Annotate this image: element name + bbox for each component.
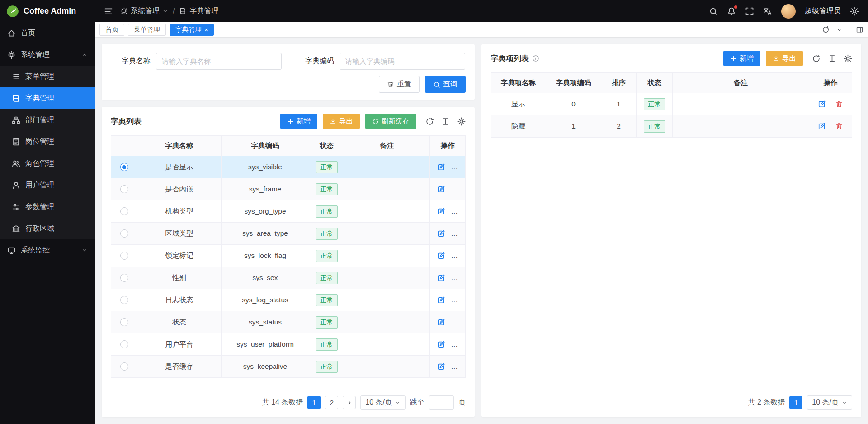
page-size-select[interactable]: 10 条/页 [360, 395, 406, 410]
edit-icon[interactable] [437, 340, 445, 348]
avatar[interactable] [781, 4, 796, 19]
row-radio[interactable] [120, 229, 128, 238]
edit-icon[interactable] [437, 229, 445, 238]
add-dict-button[interactable]: 新增 [280, 114, 317, 129]
sidebar-item-home[interactable]: 首页 [0, 22, 95, 44]
sidebar-group-monitor[interactable]: 系统监控 [0, 239, 95, 261]
sidebar-item-dept-mgmt[interactable]: 部门管理 [0, 109, 95, 131]
table-row[interactable]: 状态 sys_status 正常 [111, 311, 466, 333]
toggle-panel-button[interactable] [856, 26, 863, 33]
search-button[interactable] [709, 7, 718, 16]
sidebar-item-region-mgmt[interactable]: 行政区域 [0, 218, 95, 239]
delete-icon[interactable] [454, 185, 462, 193]
edit-icon[interactable] [437, 185, 445, 193]
table-row[interactable]: 机构类型 sys_org_type 正常 [111, 200, 466, 223]
edit-icon[interactable] [437, 318, 445, 326]
page-size-select[interactable]: 10 条/页 [807, 395, 852, 410]
plus-icon [730, 55, 737, 62]
edit-icon[interactable] [437, 252, 445, 260]
delete-icon[interactable] [454, 207, 462, 215]
dict-code-input[interactable] [340, 53, 465, 70]
delete-icon[interactable] [454, 296, 462, 304]
edit-icon[interactable] [818, 122, 826, 130]
delete-icon[interactable] [454, 318, 462, 326]
dict-name-input[interactable] [156, 53, 282, 70]
refresh-cache-button[interactable]: 刷新缓存 [365, 114, 416, 129]
breadcrumb-system[interactable]: 系统管理 [120, 6, 168, 16]
edit-icon[interactable] [437, 362, 445, 371]
user-name[interactable]: 超级管理员 [805, 6, 841, 16]
page-button-1[interactable]: 1 [789, 396, 802, 409]
delete-icon[interactable] [454, 252, 462, 260]
delete-icon[interactable] [454, 229, 462, 238]
sidebar-item-param-mgmt[interactable]: 参数管理 [0, 196, 95, 218]
sidebar-item-post-mgmt[interactable]: 岗位管理 [0, 131, 95, 152]
delete-icon[interactable] [835, 122, 843, 130]
export-dict-button[interactable]: 导出 [323, 114, 360, 129]
row-radio[interactable] [120, 163, 128, 171]
notifications-button[interactable] [727, 7, 736, 16]
tab-menu-mgmt[interactable]: 菜单管理 [128, 24, 166, 36]
language-button[interactable] [763, 7, 772, 16]
row-radio[interactable] [120, 274, 128, 282]
edit-icon[interactable] [437, 274, 445, 282]
table-row[interactable]: 是否内嵌 sys_frame 正常 [111, 178, 466, 200]
table-row[interactable]: 日志状态 sys_log_status 正常 [111, 289, 466, 311]
edit-icon[interactable] [437, 163, 445, 171]
export-dict-item-button[interactable]: 导出 [766, 51, 803, 66]
close-icon[interactable]: × [204, 27, 208, 33]
page-button-2[interactable]: 2 [325, 396, 338, 409]
row-radio[interactable] [120, 296, 128, 304]
add-dict-item-button[interactable]: 新增 [723, 51, 760, 66]
refresh-tabs-button[interactable] [822, 26, 830, 33]
table-row[interactable]: 用户平台 sys_user_platform 正常 [111, 333, 466, 356]
tab-dict-mgmt[interactable]: 字典管理 × [170, 24, 214, 36]
reset-button[interactable]: 重置 [379, 76, 420, 93]
sidebar-item-user-mgmt[interactable]: 用户管理 [0, 174, 95, 196]
delete-icon[interactable] [454, 340, 462, 348]
jump-page-input[interactable] [429, 395, 454, 410]
edit-icon[interactable] [818, 100, 826, 108]
density-button[interactable] [441, 117, 450, 126]
table-row[interactable]: 隐藏 1 2 正常 [491, 115, 852, 138]
row-radio[interactable] [120, 362, 128, 371]
sidebar-group-system[interactable]: 系统管理 [0, 44, 95, 66]
delete-icon[interactable] [454, 362, 462, 371]
table-row[interactable]: 性别 sys_sex 正常 [111, 267, 466, 289]
sidebar-item-dict-mgmt[interactable]: 字典管理 [0, 87, 95, 109]
table-settings-button[interactable] [457, 117, 466, 126]
status-badge: 正常 [316, 316, 338, 329]
table-row[interactable]: 锁定标记 sys_lock_flag 正常 [111, 245, 466, 267]
collapse-sidebar-button[interactable] [104, 7, 113, 16]
fullscreen-button[interactable] [745, 7, 754, 16]
table-row[interactable]: 区域类型 sys_area_type 正常 [111, 223, 466, 245]
next-page-button[interactable] [343, 396, 356, 409]
settings-button[interactable] [850, 7, 859, 16]
sidebar-item-menu-mgmt[interactable]: 菜单管理 [0, 66, 95, 87]
edit-icon[interactable] [437, 207, 445, 215]
delete-icon[interactable] [454, 274, 462, 282]
sidebar-item-label: 岗位管理 [25, 137, 88, 147]
sidebar-item-role-mgmt[interactable]: 角色管理 [0, 152, 95, 174]
row-radio[interactable] [120, 252, 128, 260]
reload-table-button[interactable] [812, 54, 821, 63]
row-radio[interactable] [120, 207, 128, 215]
row-radio[interactable] [120, 185, 128, 193]
delete-icon[interactable] [835, 100, 843, 108]
table-row[interactable]: 显示 0 1 正常 [491, 93, 852, 115]
density-button[interactable] [828, 54, 836, 63]
delete-icon[interactable] [454, 163, 462, 171]
tab-options-button[interactable] [836, 26, 843, 33]
query-button[interactable]: 查询 [425, 76, 466, 93]
row-radio[interactable] [120, 318, 128, 326]
tab-home[interactable]: 首页 [99, 24, 124, 36]
edit-icon[interactable] [437, 296, 445, 304]
app-logo[interactable]: Coffee Admin [0, 0, 95, 22]
page-button-1[interactable]: 1 [307, 396, 321, 409]
row-radio[interactable] [120, 340, 128, 348]
table-settings-button[interactable] [844, 54, 852, 63]
breadcrumb-dict[interactable]: 字典管理 [179, 6, 218, 16]
reload-table-button[interactable] [425, 117, 434, 126]
table-row[interactable]: 是否显示 sys_visible 正常 [111, 156, 466, 178]
table-row[interactable]: 是否缓存 sys_keepalive 正常 [111, 356, 466, 378]
